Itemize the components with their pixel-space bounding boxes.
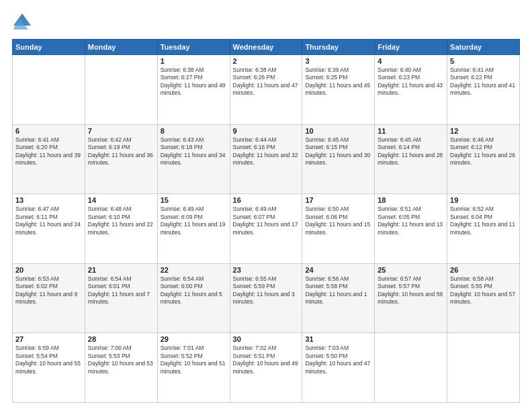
day-number: 1 [161, 57, 227, 65]
calendar-cell: 25Sunrise: 6:57 AMSunset: 5:57 PMDayligh… [375, 263, 447, 333]
day-number: 29 [161, 335, 227, 343]
calendar-cell: 7Sunrise: 6:42 AMSunset: 6:19 PMDaylight… [85, 124, 157, 194]
calendar-cell: 4Sunrise: 6:40 AMSunset: 6:23 PMDaylight… [375, 55, 447, 125]
calendar-cell: 26Sunrise: 6:58 AMSunset: 5:55 PMDayligh… [447, 263, 520, 333]
day-number: 10 [305, 127, 371, 135]
calendar-week-row: 20Sunrise: 6:53 AMSunset: 6:02 PMDayligh… [13, 263, 520, 333]
weekday-header-thursday: Thursday [302, 40, 375, 55]
calendar-cell: 2Sunrise: 6:38 AMSunset: 6:26 PMDaylight… [230, 55, 302, 125]
day-number: 24 [305, 266, 371, 274]
cell-info: Sunrise: 6:46 AMSunset: 6:12 PMDaylight:… [450, 136, 515, 166]
cell-info: Sunrise: 6:48 AMSunset: 6:10 PMDaylight:… [88, 205, 153, 235]
cell-info: Sunrise: 6:45 AMSunset: 6:15 PMDaylight:… [305, 136, 370, 166]
logo-icon [12, 12, 32, 32]
day-number: 6 [15, 127, 82, 135]
day-number: 7 [88, 127, 154, 135]
calendar-cell: 31Sunrise: 7:03 AMSunset: 5:50 PMDayligh… [302, 333, 375, 403]
cell-info: Sunrise: 6:58 AMSunset: 5:55 PMDaylight:… [450, 275, 515, 305]
calendar-cell: 24Sunrise: 6:56 AMSunset: 5:58 PMDayligh… [302, 263, 375, 333]
calendar-cell: 29Sunrise: 7:01 AMSunset: 5:52 PMDayligh… [157, 333, 230, 403]
day-number: 15 [161, 196, 227, 204]
cell-info: Sunrise: 6:38 AMSunset: 6:26 PMDaylight:… [233, 66, 298, 96]
day-number: 31 [305, 335, 371, 343]
day-number: 21 [88, 266, 154, 274]
calendar-cell: 22Sunrise: 6:54 AMSunset: 6:00 PMDayligh… [157, 263, 230, 333]
day-number: 13 [15, 196, 82, 204]
day-number: 5 [450, 57, 517, 65]
calendar-cell: 3Sunrise: 6:39 AMSunset: 6:25 PMDaylight… [302, 55, 375, 125]
cell-info: Sunrise: 6:50 AMSunset: 6:06 PMDaylight:… [305, 205, 370, 235]
weekday-header-tuesday: Tuesday [157, 40, 230, 55]
weekday-header-sunday: Sunday [13, 40, 85, 55]
calendar-cell: 15Sunrise: 6:49 AMSunset: 6:09 PMDayligh… [157, 194, 230, 264]
cell-info: Sunrise: 6:40 AMSunset: 6:23 PMDaylight:… [378, 66, 443, 96]
calendar-cell: 16Sunrise: 6:49 AMSunset: 6:07 PMDayligh… [230, 194, 302, 264]
calendar-cell [447, 333, 520, 403]
cell-info: Sunrise: 6:55 AMSunset: 5:59 PMDaylight:… [233, 275, 295, 305]
weekday-header-saturday: Saturday [447, 40, 520, 55]
calendar-cell: 14Sunrise: 6:48 AMSunset: 6:10 PMDayligh… [85, 194, 157, 264]
day-number: 27 [15, 335, 82, 343]
day-number: 23 [233, 266, 300, 274]
calendar-cell: 13Sunrise: 6:47 AMSunset: 6:11 PMDayligh… [13, 194, 85, 264]
cell-info: Sunrise: 7:01 AMSunset: 5:52 PMDaylight:… [161, 345, 226, 374]
calendar-cell: 17Sunrise: 6:50 AMSunset: 6:06 PMDayligh… [302, 194, 375, 264]
cell-info: Sunrise: 6:49 AMSunset: 6:07 PMDaylight:… [233, 205, 298, 235]
calendar-cell: 9Sunrise: 6:44 AMSunset: 6:16 PMDaylight… [230, 124, 302, 194]
cell-info: Sunrise: 7:00 AMSunset: 5:53 PMDaylight:… [88, 345, 153, 374]
weekday-header-monday: Monday [85, 40, 157, 55]
day-number: 20 [15, 266, 82, 274]
day-number: 14 [88, 196, 154, 204]
calendar-cell: 1Sunrise: 6:38 AMSunset: 6:27 PMDaylight… [157, 55, 230, 125]
cell-info: Sunrise: 6:54 AMSunset: 6:00 PMDaylight:… [161, 275, 222, 305]
cell-info: Sunrise: 6:39 AMSunset: 6:25 PMDaylight:… [305, 66, 370, 96]
cell-info: Sunrise: 6:38 AMSunset: 6:27 PMDaylight:… [161, 66, 226, 96]
calendar-cell: 6Sunrise: 6:41 AMSunset: 6:20 PMDaylight… [13, 124, 85, 194]
calendar-cell: 20Sunrise: 6:53 AMSunset: 6:02 PMDayligh… [13, 263, 85, 333]
day-number: 16 [233, 196, 300, 204]
weekday-header-friday: Friday [375, 40, 447, 55]
logo [12, 12, 35, 32]
cell-info: Sunrise: 6:54 AMSunset: 6:01 PMDaylight:… [88, 275, 150, 305]
day-number: 12 [450, 127, 517, 135]
day-number: 28 [88, 335, 154, 343]
calendar-cell: 23Sunrise: 6:55 AMSunset: 5:59 PMDayligh… [230, 263, 302, 333]
calendar-cell: 8Sunrise: 6:43 AMSunset: 6:18 PMDaylight… [157, 124, 230, 194]
day-number: 8 [161, 127, 227, 135]
calendar-cell [85, 55, 157, 125]
cell-info: Sunrise: 6:41 AMSunset: 6:22 PMDaylight:… [450, 66, 515, 96]
calendar-cell: 28Sunrise: 7:00 AMSunset: 5:53 PMDayligh… [85, 333, 157, 403]
cell-info: Sunrise: 6:43 AMSunset: 6:18 PMDaylight:… [161, 136, 226, 166]
calendar-cell: 30Sunrise: 7:02 AMSunset: 5:51 PMDayligh… [230, 333, 302, 403]
cell-info: Sunrise: 6:42 AMSunset: 6:19 PMDaylight:… [88, 136, 153, 166]
calendar-table: SundayMondayTuesdayWednesdayThursdayFrid… [12, 39, 520, 403]
day-number: 2 [233, 57, 300, 65]
calendar-cell: 19Sunrise: 6:52 AMSunset: 6:04 PMDayligh… [447, 194, 520, 264]
calendar-cell [375, 333, 447, 403]
day-number: 3 [305, 57, 371, 65]
day-number: 19 [450, 196, 517, 204]
day-number: 11 [378, 127, 444, 135]
day-number: 18 [378, 196, 444, 204]
cell-info: Sunrise: 6:53 AMSunset: 6:02 PMDaylight:… [15, 275, 77, 305]
cell-info: Sunrise: 7:03 AMSunset: 5:50 PMDaylight:… [305, 345, 370, 374]
cell-info: Sunrise: 6:45 AMSunset: 6:14 PMDaylight:… [378, 136, 443, 166]
calendar-cell [13, 55, 85, 125]
calendar-cell: 18Sunrise: 6:51 AMSunset: 6:05 PMDayligh… [375, 194, 447, 264]
day-number: 26 [450, 266, 517, 274]
calendar-cell: 21Sunrise: 6:54 AMSunset: 6:01 PMDayligh… [85, 263, 157, 333]
calendar-cell: 12Sunrise: 6:46 AMSunset: 6:12 PMDayligh… [447, 124, 520, 194]
day-number: 9 [233, 127, 300, 135]
calendar-cell: 11Sunrise: 6:45 AMSunset: 6:14 PMDayligh… [375, 124, 447, 194]
day-number: 22 [161, 266, 227, 274]
calendar-cell: 10Sunrise: 6:45 AMSunset: 6:15 PMDayligh… [302, 124, 375, 194]
cell-info: Sunrise: 6:44 AMSunset: 6:16 PMDaylight:… [233, 136, 298, 166]
cell-info: Sunrise: 6:51 AMSunset: 6:05 PMDaylight:… [378, 205, 443, 235]
cell-info: Sunrise: 6:52 AMSunset: 6:04 PMDaylight:… [450, 205, 515, 235]
calendar-week-row: 1Sunrise: 6:38 AMSunset: 6:27 PMDaylight… [13, 55, 520, 125]
cell-info: Sunrise: 6:49 AMSunset: 6:09 PMDaylight:… [161, 205, 226, 235]
weekday-header-row: SundayMondayTuesdayWednesdayThursdayFrid… [13, 40, 520, 55]
calendar-cell: 5Sunrise: 6:41 AMSunset: 6:22 PMDaylight… [447, 55, 520, 125]
cell-info: Sunrise: 6:57 AMSunset: 5:57 PMDaylight:… [378, 275, 443, 305]
day-number: 17 [305, 196, 371, 204]
